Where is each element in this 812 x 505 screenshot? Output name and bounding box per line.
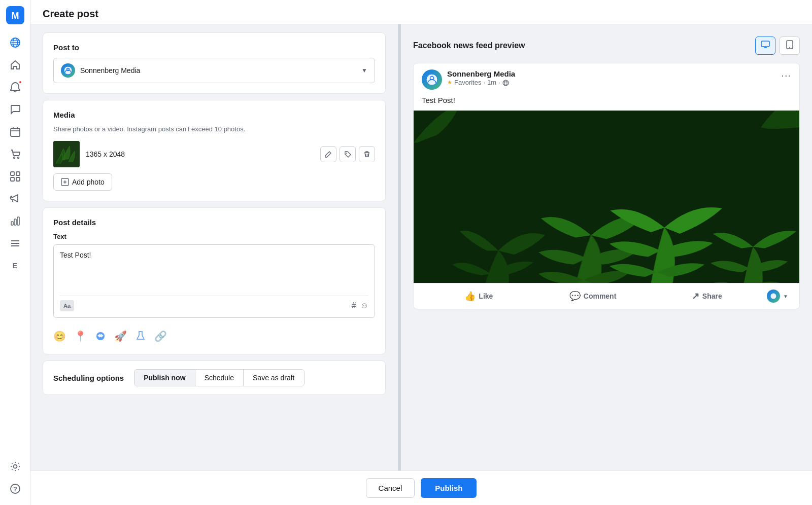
dropdown-arrow-icon: ▼ [361, 67, 367, 74]
sidebar-item-shop[interactable] [5, 144, 25, 164]
sidebar-bottom: ? [5, 456, 25, 499]
post-text-content[interactable]: Test Post! [60, 251, 368, 292]
editor-toolbar-left: Aa [60, 300, 74, 311]
publish-button[interactable]: Publish [421, 478, 477, 498]
left-panel: Post to Sonnenberg Media ▼ Media [30, 24, 401, 471]
sidebar-item-grid[interactable] [5, 166, 25, 187]
fb-post-header: Sonnenberg Media ★ Favorites · 1m · [414, 63, 799, 96]
emoji-tools-bar: 😊 📍 🚀 🔗 [53, 324, 375, 344]
tablet-preview-button[interactable] [780, 37, 800, 55]
cancel-button[interactable]: Cancel [366, 478, 415, 498]
page-title: Create post [43, 8, 800, 20]
editor-toolbar-right: # ☺ [352, 301, 368, 310]
fb-page-name: Sonnenberg Media [447, 69, 776, 78]
svg-rect-16 [16, 177, 20, 181]
text-editor: Test Post! Aa # ☺ [53, 244, 375, 318]
globe-privacy-icon [502, 79, 509, 86]
page-header: Create post [30, 0, 812, 24]
star-icon: ★ [447, 79, 452, 86]
fb-post-info: ★ Favorites · 1m · [447, 79, 776, 86]
svg-point-35 [789, 47, 790, 48]
media-card: Media Share photos or a video. Instagram… [43, 100, 386, 201]
preview-title: Facebook news feed preview [413, 41, 525, 50]
right-panel: Facebook news feed preview [401, 24, 812, 471]
account-icon [61, 63, 75, 78]
like-label: Like [479, 292, 493, 300]
sidebar-item-menu[interactable] [5, 233, 25, 254]
desktop-preview-button[interactable] [755, 37, 775, 55]
edit-media-button[interactable] [320, 146, 336, 162]
scheduling-title: Scheduling options [53, 374, 124, 382]
share-icon: ↗ [692, 291, 699, 302]
preview-header: Facebook news feed preview [413, 37, 800, 55]
sidebar-item-settings[interactable] [5, 456, 25, 477]
fb-like-button[interactable]: 👍 Like [422, 285, 536, 307]
emoji-picker-icon[interactable]: ☺ [360, 301, 368, 310]
sidebar-item-chart[interactable] [5, 211, 25, 231]
app-logo[interactable]: M [6, 6, 24, 24]
media-title: Media [53, 111, 375, 119]
notification-badge [18, 80, 22, 84]
svg-point-12 [17, 157, 19, 159]
media-dimensions: 1365 x 2048 [86, 150, 314, 158]
comment-icon: 💬 [569, 291, 581, 302]
svg-rect-19 [17, 217, 19, 225]
post-time: 1m [487, 79, 496, 86]
fb-post-image [414, 111, 799, 283]
save-draft-button[interactable]: Save as draft [244, 370, 304, 386]
sidebar-item-help[interactable]: ? [5, 479, 25, 499]
sidebar-item-home[interactable] [5, 55, 25, 75]
svg-rect-44 [414, 111, 799, 283]
sidebar-item-megaphone[interactable] [5, 189, 25, 209]
publish-now-button[interactable]: Publish now [134, 370, 195, 386]
sidebar-item-entity[interactable]: E [5, 256, 25, 276]
sidebar-item-calendar[interactable] [5, 122, 25, 142]
fb-share-button[interactable]: ↗ Share [650, 285, 764, 307]
fb-post-text: Test Post! [414, 96, 799, 111]
hashtag-icon[interactable]: # [352, 301, 356, 310]
media-subtitle: Share photos or a video. Instagram posts… [53, 125, 375, 133]
fb-more-options[interactable]: ··· [781, 69, 791, 81]
emoji-tool-link[interactable]: 🔗 [154, 330, 167, 344]
share-label: Share [702, 292, 722, 300]
svg-rect-17 [11, 222, 13, 225]
emoji-tool-emoji[interactable]: 😊 [53, 330, 66, 344]
sidebar-item-globe[interactable] [5, 32, 25, 53]
separator: · [483, 79, 485, 86]
post-to-title: Post to [53, 43, 375, 52]
main-content: Create post Post to Sonnenberg Media [30, 0, 812, 505]
post-details-card: Post details Text Test Post! Aa # ☺ [43, 207, 386, 354]
emoji-tool-location[interactable]: 📍 [74, 330, 87, 344]
svg-point-23 [13, 465, 17, 468]
post-to-card: Post to Sonnenberg Media ▼ [43, 32, 386, 94]
fb-comment-button[interactable]: 💬 Comment [536, 285, 650, 307]
emoji-tool-messenger[interactable] [95, 330, 106, 344]
schedule-button[interactable]: Schedule [195, 370, 244, 386]
delete-media-button[interactable] [359, 146, 375, 162]
fb-preview-card: Sonnenberg Media ★ Favorites · 1m · [413, 63, 800, 309]
fb-post-actions: 👍 Like 💬 Comment ↗ Share [414, 283, 799, 309]
tag-media-button[interactable] [340, 146, 356, 162]
action-bar: Cancel Publish [30, 471, 812, 505]
account-dropdown[interactable]: Sonnenberg Media ▼ [53, 58, 375, 83]
sidebar-item-notifications[interactable] [5, 77, 25, 97]
two-col-layout: Post to Sonnenberg Media ▼ Media [30, 24, 812, 471]
add-photo-button[interactable]: Add photo [53, 173, 112, 191]
media-thumbnail [53, 141, 80, 167]
svg-rect-13 [11, 172, 14, 175]
emoji-tool-rocket[interactable]: 🚀 [114, 330, 127, 344]
svg-text:?: ? [13, 485, 17, 493]
fb-avatar [422, 69, 442, 90]
svg-rect-7 [11, 128, 20, 136]
separator2: · [498, 79, 500, 86]
selected-account-label: Sonnenberg Media [80, 66, 356, 75]
post-details-title: Post details [53, 218, 375, 227]
sidebar-item-messages[interactable] [5, 99, 25, 120]
format-button[interactable]: Aa [60, 300, 74, 311]
scheduling-options: Publish now Schedule Save as draft [134, 369, 304, 386]
profile-dropdown-icon: ▼ [783, 294, 788, 299]
fb-profile-button[interactable]: ▼ [764, 285, 791, 307]
emoji-tool-flask[interactable] [135, 330, 146, 344]
svg-point-11 [13, 157, 15, 159]
scheduling-card: Scheduling options Publish now Schedule … [43, 360, 386, 395]
